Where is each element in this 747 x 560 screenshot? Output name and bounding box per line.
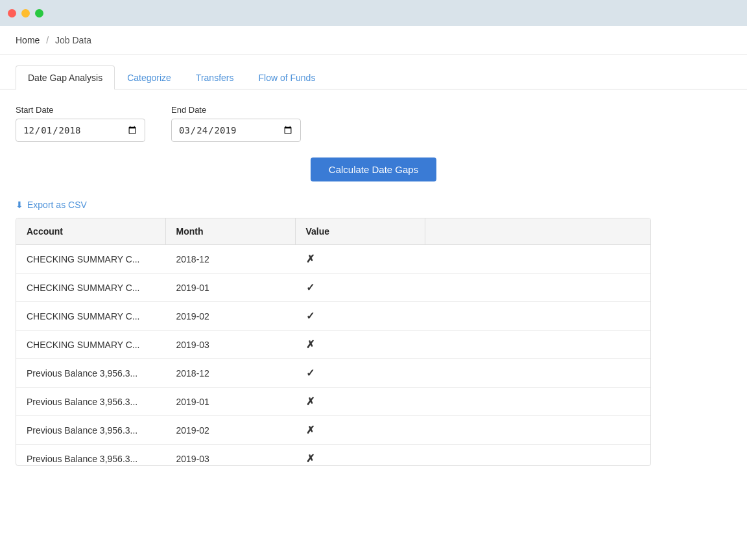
table-row: Previous Balance 3,956.3... 2019-02 ✗ xyxy=(16,416,650,445)
table-row: CHECKING SUMMARY C... 2019-02 ✓ xyxy=(16,302,650,331)
cell-account: CHECKING SUMMARY C... xyxy=(16,302,165,331)
table-row: Previous Balance 3,956.3... 2019-03 ✗ xyxy=(16,445,650,466)
cell-value: ✗ xyxy=(295,445,425,466)
cell-value: ✗ xyxy=(295,331,425,359)
tab-flow-of-funds[interactable]: Flow of Funds xyxy=(246,65,327,89)
cell-month: 2019-01 xyxy=(165,274,295,302)
cell-value: ✓ xyxy=(295,274,425,302)
table-row: CHECKING SUMMARY C... 2019-03 ✗ xyxy=(16,331,650,359)
download-icon: ⬇ xyxy=(16,200,23,210)
cell-account: Previous Balance 3,956.3... xyxy=(16,416,165,445)
cell-account: CHECKING SUMMARY C... xyxy=(16,245,165,274)
minimize-button[interactable] xyxy=(21,9,30,18)
start-date-label: Start Date xyxy=(16,105,145,115)
table-header: Account Month Value xyxy=(16,218,650,245)
cell-value: ✓ xyxy=(295,302,425,331)
tab-transfers[interactable]: Transfers xyxy=(184,65,246,89)
cell-month: 2019-03 xyxy=(165,445,295,466)
cell-value: ✗ xyxy=(295,245,425,274)
cell-extra xyxy=(425,416,650,445)
cell-extra xyxy=(425,388,650,416)
export-csv-label: Export as CSV xyxy=(27,200,87,210)
cell-extra xyxy=(425,274,650,302)
content-area: Start Date End Date Calculate Date Gaps … xyxy=(0,89,747,560)
start-date-input[interactable] xyxy=(16,119,145,142)
cell-value: ✓ xyxy=(295,359,425,388)
cell-month: 2019-01 xyxy=(165,388,295,416)
export-row: ⬇ Export as CSV xyxy=(16,200,731,210)
start-date-field: Start Date xyxy=(16,105,145,142)
column-header-account: Account xyxy=(16,218,165,245)
breadcrumb-separator: / xyxy=(46,35,49,45)
cell-extra xyxy=(425,302,650,331)
data-table-body: CHECKING SUMMARY C... 2018-12 ✗ CHECKING… xyxy=(16,245,650,465)
tab-date-gap-analysis[interactable]: Date Gap Analysis xyxy=(16,65,115,89)
cell-value: ✗ xyxy=(295,416,425,445)
calculate-button[interactable]: Calculate Date Gaps xyxy=(311,158,436,181)
cell-extra xyxy=(425,445,650,466)
cell-extra xyxy=(425,331,650,359)
end-date-label: End Date xyxy=(171,105,301,115)
tabs-container: Date Gap Analysis Categorize Transfers F… xyxy=(0,55,747,89)
table-row: CHECKING SUMMARY C... 2018-12 ✗ xyxy=(16,245,650,274)
date-row: Start Date End Date xyxy=(16,105,731,142)
close-button[interactable] xyxy=(8,9,16,18)
main-content: Home / Job Data Date Gap Analysis Catego… xyxy=(0,26,747,560)
column-header-month: Month xyxy=(165,218,295,245)
maximize-button[interactable] xyxy=(35,9,43,18)
table-row: Previous Balance 3,956.3... 2018-12 ✓ xyxy=(16,359,650,388)
title-bar xyxy=(0,0,747,26)
end-date-input[interactable] xyxy=(171,119,301,142)
data-table: Account Month Value xyxy=(16,218,650,245)
cell-value: ✗ xyxy=(295,388,425,416)
cell-month: 2018-12 xyxy=(165,245,295,274)
table-body-scroll[interactable]: CHECKING SUMMARY C... 2018-12 ✗ CHECKING… xyxy=(16,245,650,465)
table-row: Previous Balance 3,956.3... 2019-01 ✗ xyxy=(16,388,650,416)
end-date-field: End Date xyxy=(171,105,301,142)
breadcrumb-current: Job Data xyxy=(55,35,91,45)
column-header-value: Value xyxy=(295,218,425,245)
cell-account: Previous Balance 3,956.3... xyxy=(16,359,165,388)
table-body: CHECKING SUMMARY C... 2018-12 ✗ CHECKING… xyxy=(16,245,650,465)
cell-account: CHECKING SUMMARY C... xyxy=(16,274,165,302)
cell-extra xyxy=(425,245,650,274)
table-row: CHECKING SUMMARY C... 2019-01 ✓ xyxy=(16,274,650,302)
cell-extra xyxy=(425,359,650,388)
breadcrumb-home[interactable]: Home xyxy=(16,35,40,45)
cell-account: Previous Balance 3,956.3... xyxy=(16,445,165,466)
cell-month: 2019-02 xyxy=(165,416,295,445)
export-csv-link[interactable]: ⬇ Export as CSV xyxy=(16,200,87,210)
column-header-extra xyxy=(425,218,650,245)
cell-account: Previous Balance 3,956.3... xyxy=(16,388,165,416)
cell-month: 2019-02 xyxy=(165,302,295,331)
calculate-btn-row: Calculate Date Gaps xyxy=(16,158,731,181)
cell-month: 2018-12 xyxy=(165,359,295,388)
table-wrapper: Account Month Value xyxy=(16,218,651,466)
cell-month: 2019-03 xyxy=(165,331,295,359)
tab-categorize[interactable]: Categorize xyxy=(115,65,184,89)
cell-account: CHECKING SUMMARY C... xyxy=(16,331,165,359)
breadcrumb: Home / Job Data xyxy=(0,26,747,55)
